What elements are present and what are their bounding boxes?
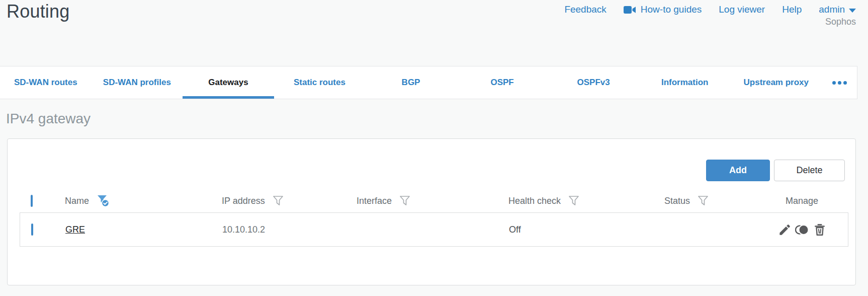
- column-header-ip-address: IP address: [222, 196, 265, 206]
- select-all-checkbox[interactable]: [31, 195, 33, 207]
- filter-active-icon[interactable]: [97, 194, 110, 207]
- tab-upstream-proxy[interactable]: Upstream proxy: [731, 66, 822, 99]
- video-camera-icon: [624, 6, 636, 14]
- help-link[interactable]: Help: [782, 4, 802, 15]
- health-check-cell: Off: [509, 225, 665, 235]
- username-label: admin: [819, 4, 845, 15]
- section-title: IPv4 gateway: [6, 111, 91, 127]
- column-header-manage: Manage: [786, 196, 818, 206]
- filter-icon[interactable]: [399, 195, 410, 206]
- chevron-down-icon: [849, 9, 856, 13]
- howto-guides-link[interactable]: How-to guides: [624, 4, 702, 15]
- tab-information[interactable]: Information: [639, 66, 731, 99]
- column-header-interface: Interface: [357, 196, 392, 206]
- log-viewer-link[interactable]: Log viewer: [719, 4, 765, 15]
- log-viewer-label: Log viewer: [719, 4, 765, 15]
- tab-ospf[interactable]: OSPF: [457, 66, 548, 99]
- manage-cell: [778, 223, 837, 237]
- tab-bar: SD-WAN routes SD-WAN profiles Gateways S…: [0, 66, 857, 99]
- table-actions: Add Delete: [706, 160, 845, 181]
- column-header-health-check: Health check: [508, 196, 561, 206]
- add-button[interactable]: Add: [706, 160, 770, 181]
- table-header-row: Name IP address Interface Health check: [20, 190, 848, 212]
- table-row: GRE 10.10.10.2 Off: [20, 212, 848, 247]
- page-title: Routing: [7, 1, 69, 22]
- column-header-status: Status: [664, 196, 690, 206]
- tab-sdwan-profiles[interactable]: SD-WAN profiles: [92, 66, 183, 99]
- clone-icon[interactable]: [795, 223, 810, 237]
- tab-ospfv3[interactable]: OSPFv3: [548, 66, 639, 99]
- delete-button[interactable]: Delete: [774, 160, 845, 181]
- tab-gateways[interactable]: Gateways: [183, 66, 274, 99]
- column-header-name: Name: [65, 196, 89, 206]
- row-checkbox[interactable]: [31, 224, 33, 236]
- tab-sdwan-routes[interactable]: SD-WAN routes: [0, 66, 92, 99]
- user-menu[interactable]: admin: [819, 4, 856, 15]
- delete-trash-icon[interactable]: [813, 223, 826, 237]
- gateway-name-link[interactable]: GRE: [65, 225, 85, 235]
- feedback-label: Feedback: [564, 4, 606, 15]
- ip-address-cell: 10.10.10.2: [222, 225, 357, 235]
- edit-pencil-icon[interactable]: [778, 223, 792, 237]
- brand-label: Sophos: [825, 17, 856, 27]
- help-label: Help: [782, 4, 802, 15]
- howto-guides-label: How-to guides: [641, 4, 702, 15]
- top-navigation: Feedback How-to guides Log viewer Help a…: [564, 4, 856, 15]
- more-tabs-button[interactable]: [822, 66, 857, 99]
- tab-bgp[interactable]: BGP: [365, 66, 457, 99]
- tab-static-routes[interactable]: Static routes: [274, 66, 366, 99]
- feedback-link[interactable]: Feedback: [564, 4, 606, 15]
- filter-icon[interactable]: [568, 195, 579, 206]
- filter-icon[interactable]: [273, 195, 284, 206]
- filter-icon[interactable]: [698, 195, 709, 206]
- gateway-table-card: Add Delete Name IP address Interface: [7, 138, 856, 285]
- ellipsis-icon: [832, 81, 836, 85]
